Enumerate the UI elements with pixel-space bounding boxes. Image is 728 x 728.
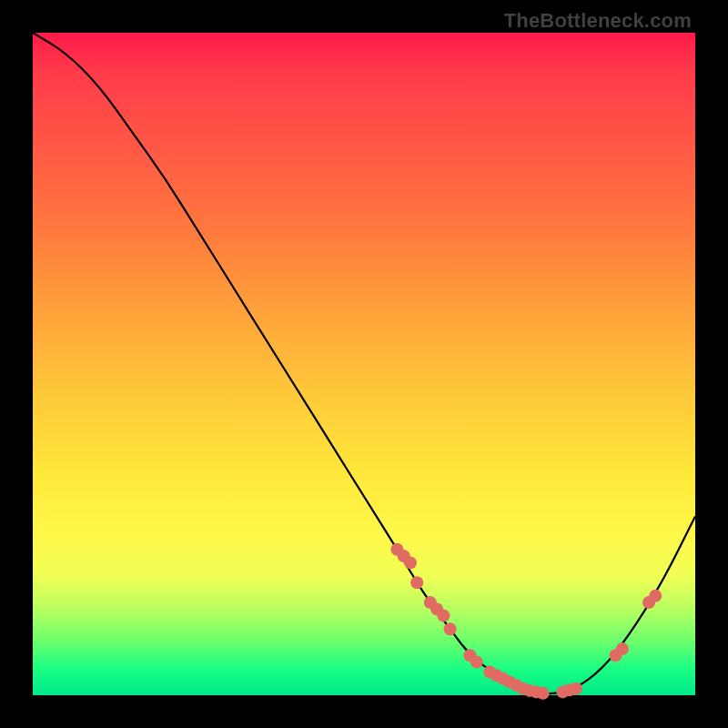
data-marker [437, 610, 450, 622]
data-marker [470, 656, 483, 669]
chart-frame [33, 33, 695, 695]
data-marker [404, 556, 417, 569]
data-markers [390, 543, 662, 700]
data-marker [444, 622, 457, 635]
data-marker [570, 682, 582, 695]
data-marker [649, 590, 662, 602]
bottleneck-curve [33, 33, 695, 693]
data-marker [616, 642, 629, 655]
chart-svg [33, 33, 695, 695]
data-marker [537, 687, 550, 700]
watermark-text: TheBottleneck.com [504, 9, 692, 33]
data-marker [410, 576, 423, 589]
